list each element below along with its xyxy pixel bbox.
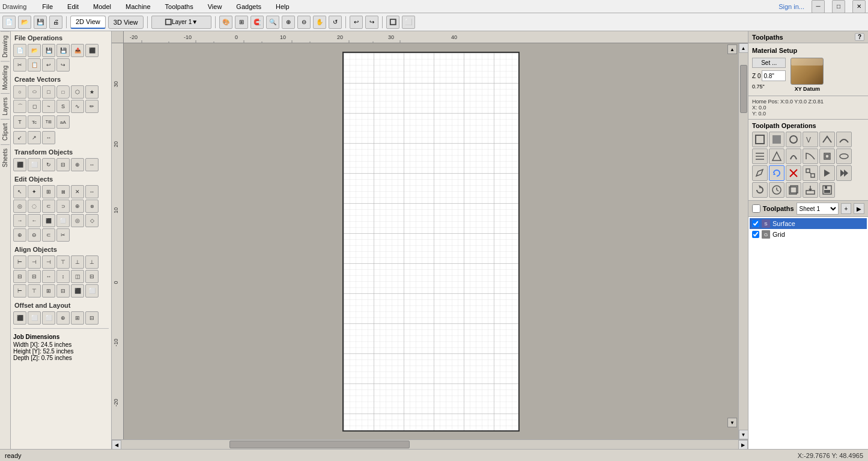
fluting-btn[interactable] <box>786 148 801 164</box>
simulate-all-btn[interactable] <box>836 165 852 181</box>
window-maximize[interactable]: □ <box>832 0 845 13</box>
subtract-btn[interactable]: → <box>13 214 26 227</box>
sheets-btn[interactable] <box>786 182 801 198</box>
layer-select-btn[interactable]: 🔲 Layer 1 ▼ <box>151 16 211 29</box>
copy-btn[interactable]: 📋 <box>28 58 41 72</box>
unroll-btn[interactable]: ⬜ <box>28 311 41 325</box>
save-toolpath-btn[interactable] <box>819 182 835 198</box>
distort-btn[interactable]: ↔ <box>85 158 99 171</box>
new-file-btn[interactable]: 📄 <box>13 44 26 57</box>
join-btn[interactable]: ⊂ <box>42 200 55 213</box>
sheet-add-btn[interactable]: + <box>841 203 852 214</box>
hscroll-right-btn[interactable]: ▶ <box>738 440 748 449</box>
sidebar-tab-clipart[interactable]: Clipart <box>1 119 10 144</box>
draw-poly-btn[interactable]: ⬡ <box>71 85 84 99</box>
center-h-btn[interactable]: ↔ <box>42 270 55 283</box>
align-right-btn[interactable]: ⊣ <box>42 255 55 269</box>
draw-roundrect-btn[interactable]: □ <box>56 85 70 99</box>
toolpaths-visibility-checkbox[interactable] <box>752 204 760 213</box>
scroll-up-btn[interactable]: ▲ <box>727 44 737 54</box>
simulate-toolpath-btn[interactable] <box>819 165 835 181</box>
window-close[interactable]: ✕ <box>852 0 866 13</box>
array-btn[interactable]: ⊞ <box>71 311 84 325</box>
draw-circle-btn[interactable]: ○ <box>13 85 26 99</box>
zoom-in-btn[interactable]: ⊕ <box>282 16 295 29</box>
hscroll-left-btn[interactable]: ◀ <box>112 440 121 449</box>
reset-sim-btn[interactable] <box>752 182 768 198</box>
center-v-btn[interactable]: ↕ <box>56 270 70 283</box>
align-hcenter-btn[interactable]: ⊣ <box>28 255 41 269</box>
drilling-btn[interactable] <box>786 132 801 147</box>
mirror-btn[interactable]: ⊟ <box>56 158 70 171</box>
open-file-btn[interactable]: 📂 <box>28 44 41 57</box>
text-btn[interactable]: T <box>13 115 26 129</box>
draw-wave-btn[interactable]: ∿ <box>71 100 84 113</box>
equal-h-btn[interactable]: ⊟ <box>56 284 70 298</box>
select-btn[interactable]: ↖ <box>13 185 26 198</box>
delete-btn[interactable]: ✕ <box>71 185 84 198</box>
save-btn[interactable]: 💾 <box>34 16 47 29</box>
inset-btn[interactable]: ⊖ <box>28 228 41 242</box>
text-wrap-btn[interactable]: T⊞ <box>42 115 55 129</box>
snap-btn[interactable]: 🧲 <box>250 16 264 29</box>
toolpath-item-grid[interactable]: G Grid <box>750 229 867 240</box>
prism-btn[interactable] <box>769 148 785 164</box>
draw-freehand-btn[interactable]: ✏ <box>85 100 99 113</box>
align-page-v-btn[interactable]: ⊟ <box>85 270 99 283</box>
hscroll-thumb[interactable] <box>229 441 410 448</box>
surface-visibility[interactable] <box>752 220 759 227</box>
align-left-btn[interactable]: ⊢ <box>13 255 26 269</box>
dist-v-btn[interactable]: ⊟ <box>28 270 41 283</box>
simplify-btn[interactable]: ⬜ <box>56 214 70 227</box>
equal-w-btn[interactable]: ⊞ <box>42 284 55 298</box>
align-vcenter-btn[interactable]: ⊥ <box>71 255 84 269</box>
pocket-toolpath-btn[interactable] <box>769 132 785 147</box>
open-btn[interactable]: 📂 <box>18 16 31 29</box>
dist-h-btn[interactable]: ⊟ <box>13 270 26 283</box>
sidebar-tab-sheets[interactable]: Sheets <box>1 144 10 171</box>
menu-model[interactable]: Model <box>90 2 115 11</box>
arrange-btn[interactable]: ⬜ <box>85 284 99 298</box>
rotate-obj-btn[interactable]: ↻ <box>42 158 55 171</box>
open-vect-btn[interactable]: ◌ <box>28 200 41 213</box>
union-btn[interactable]: ⊕ <box>71 200 84 213</box>
toolpath-item-surface[interactable]: S Surface <box>750 218 867 229</box>
grid-visibility[interactable] <box>752 231 759 238</box>
align-bottom-btn[interactable]: ⊥ <box>85 255 99 269</box>
group-btn[interactable]: ⊞ <box>42 185 55 198</box>
vscroll-down-btn[interactable]: ▼ <box>739 430 748 439</box>
draw-polyline-btn[interactable]: ↗ <box>28 131 41 144</box>
node-edit-btn[interactable]: ✦ <box>28 185 41 198</box>
convert-btn[interactable]: ⬛ <box>42 214 55 227</box>
vertical-scrollbar[interactable]: ▲ ▼ <box>738 43 748 439</box>
estimate-time-btn[interactable] <box>769 182 785 198</box>
draw-star-btn[interactable]: ★ <box>85 85 99 99</box>
draw-bezier-btn[interactable]: ◻ <box>28 100 41 113</box>
menu-machine[interactable]: Machine <box>122 2 154 11</box>
shaded-btn[interactable]: 🔲 <box>386 16 399 29</box>
nest-btn[interactable]: ⬛ <box>71 284 84 298</box>
align-page-h-btn[interactable]: ◫ <box>71 270 84 283</box>
undo-btn[interactable]: ↩ <box>350 16 363 29</box>
window-minimize[interactable]: ─ <box>812 0 825 13</box>
draw-spiral-btn[interactable]: ~ <box>42 100 55 113</box>
offset-shape-btn[interactable]: ⬛ <box>13 311 26 325</box>
scale-btn[interactable]: ⬜ <box>28 158 41 171</box>
scroll-down-btn[interactable]: ▼ <box>727 418 737 427</box>
3d-finish-btn[interactable] <box>836 132 852 147</box>
move-anchor-btn[interactable]: ⊕ <box>71 158 84 171</box>
vscroll-up-btn[interactable]: ▲ <box>739 43 748 53</box>
print-btn[interactable]: 🖨 <box>49 16 62 29</box>
trim-btn[interactable]: ✂ <box>56 228 70 242</box>
sign-in-link[interactable]: Sign in... <box>778 3 804 10</box>
sheet-select[interactable]: Sheet 1 <box>797 203 839 215</box>
save-file-btn[interactable]: 💾 <box>42 44 55 57</box>
redo-btn[interactable]: ↪ <box>365 16 378 29</box>
thread-btn[interactable] <box>752 148 768 164</box>
ungroup-btn[interactable]: ⊠ <box>56 185 70 198</box>
fit-curves-btn[interactable]: ← <box>28 214 41 227</box>
canvas-main[interactable]: ▲ ▼ <box>124 43 738 439</box>
sidebar-tab-layers[interactable]: Layers <box>1 93 10 119</box>
cut-btn[interactable]: ✂ <box>13 58 26 72</box>
menu-file[interactable]: File <box>38 2 56 11</box>
